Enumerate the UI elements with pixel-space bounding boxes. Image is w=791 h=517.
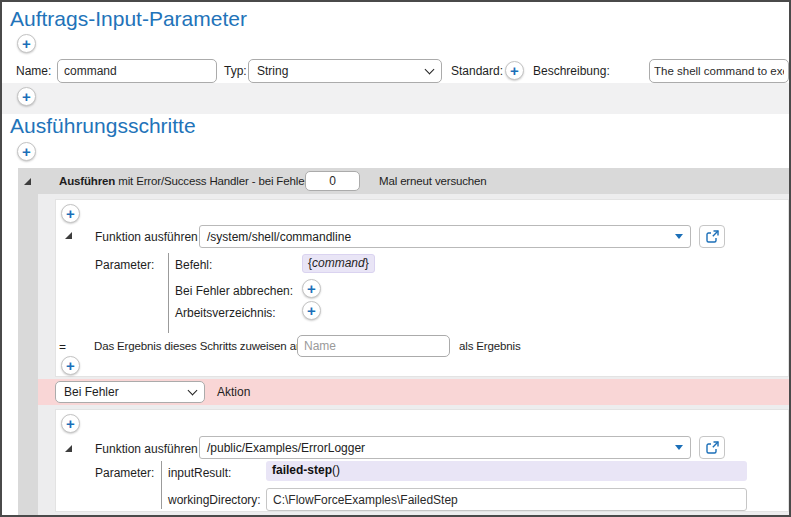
step-header-title: Ausführen mit Error/Success Handler - be…	[59, 175, 308, 187]
function-path-combobox[interactable]: /system/shell/commandline	[199, 225, 691, 248]
add-working-directory-value-button[interactable]: +	[302, 301, 321, 320]
add-parameter-above-button[interactable]: +	[17, 34, 36, 53]
add-parameter-below-button[interactable]: +	[17, 87, 36, 106]
param-input-result-label: inputResult:	[168, 466, 231, 480]
error-condition-value: Bei Fehler	[64, 385, 119, 399]
function-path-value: /system/shell/commandline	[207, 230, 351, 244]
description-label: Beschreibung:	[533, 64, 610, 78]
parameter-label: Parameter:	[95, 258, 154, 272]
function-path-value: /public/Examples/ErrorLogger	[207, 441, 365, 455]
add-substep-below-button[interactable]: +	[61, 356, 80, 375]
execution-steps-heading: Ausführungsschritte	[10, 114, 196, 138]
type-select-value: String	[257, 64, 288, 78]
parameter-name-input[interactable]	[57, 59, 217, 83]
brace-close: }	[365, 256, 369, 270]
working-directory-input[interactable]	[266, 488, 747, 511]
type-label: Typ:	[224, 64, 247, 78]
expression-function-name: failed-step	[272, 463, 332, 477]
default-label: Standard:	[451, 64, 503, 78]
collapse-triangle-icon[interactable]	[65, 445, 72, 452]
external-link-icon	[706, 441, 719, 454]
parameter-divider	[168, 253, 169, 333]
plus-icon: +	[22, 35, 31, 52]
chevron-down-icon	[425, 64, 435, 74]
dropdown-arrow-icon[interactable]	[675, 234, 683, 239]
execute-function-label: Funktion ausführen	[95, 230, 198, 244]
collapse-triangle-icon[interactable]	[24, 178, 31, 185]
plus-icon: +	[66, 415, 75, 432]
retry-count-input[interactable]	[305, 171, 360, 191]
error-condition-select[interactable]: Bei Fehler	[55, 381, 205, 403]
error-function-path-combobox[interactable]: /public/Examples/ErrorLogger	[199, 436, 691, 459]
chevron-down-icon	[188, 385, 198, 395]
add-error-substep-button[interactable]: +	[61, 414, 80, 433]
result-name-input[interactable]	[297, 335, 450, 357]
expression-name: command	[312, 256, 365, 270]
plus-icon: +	[22, 143, 31, 160]
retry-suffix-label: Mal erneut versuchen	[379, 175, 487, 187]
add-substep-above-button[interactable]: +	[61, 204, 80, 223]
parameter-description-input[interactable]	[649, 59, 789, 83]
param-working-directory-label: workingDirectory:	[168, 493, 261, 507]
parameter-divider	[161, 461, 162, 509]
plus-icon: +	[66, 205, 75, 222]
plus-icon: +	[307, 280, 316, 297]
open-function-button[interactable]	[699, 436, 725, 459]
expression-parens: ()	[332, 463, 340, 477]
section-separator-band	[2, 83, 789, 114]
step-type-label: Ausführen	[59, 175, 115, 187]
open-function-button[interactable]	[699, 225, 725, 248]
dropdown-arrow-icon[interactable]	[675, 445, 683, 450]
assign-equals-label: =	[59, 340, 66, 354]
add-step-button[interactable]: +	[17, 142, 36, 161]
action-label: Aktion	[217, 385, 250, 399]
step-header-text: mit Error/Success Handler - bei Fehler	[118, 175, 308, 187]
assign-result-label: Das Ergebnis dieses Schritts zuweisen an	[94, 340, 302, 352]
param-abort-on-error-label: Bei Fehler abbrechen:	[175, 284, 293, 298]
input-parameters-heading: Auftrags-Input-Parameter	[10, 7, 247, 31]
set-default-value-button[interactable]: +	[505, 61, 524, 80]
plus-icon: +	[307, 302, 316, 319]
type-select[interactable]: String	[248, 59, 442, 83]
add-abort-on-error-value-button[interactable]: +	[302, 279, 321, 298]
assign-suffix-label: als Ergebnis	[459, 340, 520, 352]
plus-icon: +	[22, 88, 31, 105]
parameter-label: Parameter:	[95, 466, 154, 480]
command-expression-chip[interactable]: {command}	[302, 254, 375, 273]
param-working-directory-label: Arbeitsverzeichnis:	[175, 306, 276, 320]
external-link-icon	[706, 230, 719, 243]
execute-function-label: Funktion ausführen	[95, 442, 198, 456]
step-left-gutter	[18, 194, 38, 515]
collapse-triangle-icon[interactable]	[65, 232, 72, 239]
plus-icon: +	[510, 62, 519, 79]
flowforce-job-config-window: Auftrags-Input-Parameter + Name: Typ: St…	[0, 0, 791, 517]
name-label: Name:	[16, 64, 51, 78]
param-befehl-label: Befehl:	[175, 258, 212, 272]
plus-icon: +	[66, 357, 75, 374]
input-result-expression[interactable]: failed-step()	[266, 461, 747, 481]
